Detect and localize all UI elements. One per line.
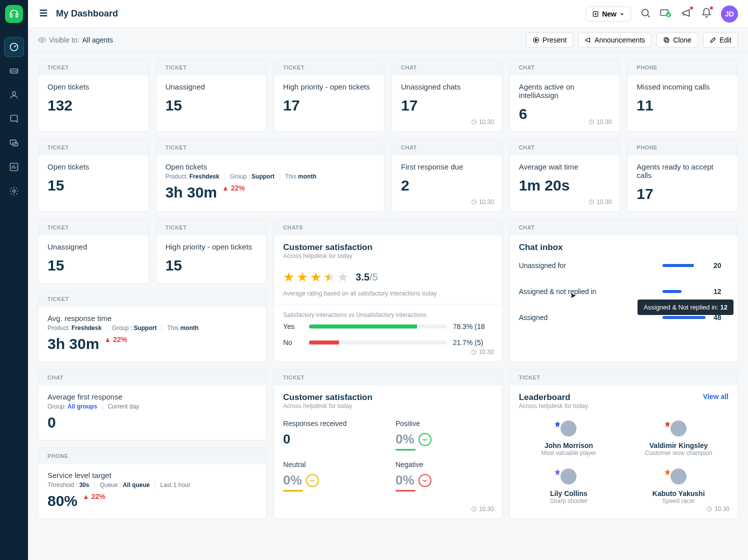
card-category: TICKET <box>156 140 384 156</box>
metric-card[interactable]: CHAT Agents active on intelliAssign 6 10… <box>510 59 620 132</box>
metric-card[interactable]: CHAT First response due 2 10.30 <box>392 139 502 212</box>
card-title: Unassigned <box>166 82 258 91</box>
csat-card[interactable]: CHATS Customer satisfaction Across helpd… <box>274 219 502 362</box>
filters: Product: FreshdeskGroup : SupportThis mo… <box>48 324 257 332</box>
card-title: Average wait time <box>519 162 611 171</box>
star-rating: ★★★ ★ ★ 3.5/5 <box>283 270 492 285</box>
card-category: TICKET <box>38 60 148 76</box>
metric-card[interactable]: TICKET Open tickets 15 <box>38 139 149 212</box>
card-value: 1m 20s <box>519 177 570 194</box>
card-category: PHONE <box>628 140 738 156</box>
card-category: TICKET <box>274 60 384 76</box>
metric-card[interactable]: PHONE Missed incoming calls 11 <box>627 59 738 132</box>
user-avatar[interactable]: JD <box>721 6 738 22</box>
metric-card[interactable]: TICKET Unassigned 15 <box>38 219 149 284</box>
eye-icon <box>38 36 46 44</box>
timestamp: 10.30 <box>471 198 494 206</box>
leader-avatar <box>560 420 576 436</box>
timestamp: 10.30 <box>471 118 494 126</box>
inbox-row: Unassigned for20 <box>519 262 728 270</box>
svg-point-11 <box>41 39 43 41</box>
trial-icon[interactable] <box>660 8 672 20</box>
leader-avatar <box>670 420 686 436</box>
rail-analytics[interactable] <box>4 157 24 177</box>
tooltip: Assigned & Not replied in: 12 <box>638 300 734 315</box>
metric-card[interactable]: CHAT Average wait time 1m 20s 10.30 <box>510 139 620 212</box>
hamburger-icon[interactable] <box>38 8 49 20</box>
card-title: High priority - open tickets <box>166 242 258 251</box>
card-value: 17 <box>401 97 418 114</box>
search-icon[interactable] <box>640 8 651 20</box>
view-all-link[interactable]: View all <box>703 392 728 400</box>
card-category: TICKET <box>38 220 148 236</box>
csat-ticket-card[interactable]: TICKET Customer satisfaction Across help… <box>274 369 502 519</box>
trend: ▲ 22% <box>82 492 106 500</box>
side-rail <box>0 0 28 560</box>
card-value: 15 <box>166 257 182 274</box>
visible-value: All agents <box>82 36 112 44</box>
filters: Product: FreshdeskGroup : SupportThis mo… <box>166 173 375 180</box>
card-value: 17 <box>636 186 653 202</box>
svg-point-8 <box>642 9 648 16</box>
announcements-button[interactable]: Announcements <box>578 32 652 48</box>
inbox-row: Assigned & not replied in12 ➤Assigned & … <box>519 288 728 296</box>
topbar: My Dashboard New JD <box>28 0 748 28</box>
metric-card[interactable]: PHONE Agents ready to accept calls 17 <box>627 139 738 212</box>
card-title: Unassigned <box>48 242 140 251</box>
metric-card[interactable]: TICKET High priority - open tickets 15 <box>156 219 267 284</box>
slt-card[interactable]: PHONE Service level target Threshold : 3… <box>38 448 266 519</box>
card-category: TICKET <box>156 220 266 236</box>
edit-button[interactable]: Edit <box>703 32 738 48</box>
rail-settings[interactable] <box>4 181 24 201</box>
card-value: 15 <box>166 97 182 114</box>
svg-rect-14 <box>664 38 668 41</box>
leader-avatar <box>670 468 686 484</box>
megaphone-icon[interactable] <box>681 8 692 20</box>
timestamp: 10.30 <box>588 198 612 206</box>
avg-response-card[interactable]: TICKET Avg. response time Product: Fresh… <box>38 290 266 362</box>
card-value: 15 <box>48 177 64 194</box>
chat-inbox-card[interactable]: CHAT Chat inbox Unassigned for20 Assigne… <box>510 219 738 362</box>
card-category: CHAT <box>392 140 502 156</box>
cursor-icon: ➤ <box>570 292 576 300</box>
leader-item: Lily CollinsSharp shooter <box>519 468 619 504</box>
rail-chat[interactable] <box>4 133 24 153</box>
inbox-row: Assigned48 <box>519 314 728 322</box>
metric-card[interactable]: TICKET Unassigned 15 <box>156 59 267 132</box>
clone-button[interactable]: Clone <box>656 32 698 48</box>
leaderboard-card[interactable]: TICKET LeaderboardView all Across helpde… <box>510 369 738 519</box>
card-value: 2 <box>401 177 410 194</box>
card-title: Missed incoming calls <box>636 82 728 91</box>
chevron-down-icon <box>620 12 624 16</box>
card-category: CHAT <box>510 60 620 76</box>
rail-tickets[interactable] <box>4 61 24 81</box>
present-button[interactable]: Present <box>526 32 573 48</box>
svg-point-6 <box>13 190 16 192</box>
rail-solutions[interactable] <box>4 109 24 129</box>
bell-icon[interactable] <box>701 8 712 20</box>
timestamp: 10.30 <box>706 506 730 512</box>
subbar: Visible to: All agents Present Announcem… <box>28 28 748 52</box>
rail-dashboard[interactable] <box>4 37 24 57</box>
leader-item: John MorrisonMost valuable player <box>519 420 619 456</box>
avg-first-response-card[interactable]: CHAT Average first response Group: All g… <box>38 369 266 440</box>
card-category: TICKET <box>38 140 148 156</box>
card-value: 15 <box>48 257 64 274</box>
card-title: Agents ready to accept calls <box>636 162 728 180</box>
card-value: 6 <box>519 106 528 122</box>
card-category: TICKET <box>156 60 266 76</box>
brand-logo[interactable] <box>5 5 23 23</box>
card-title: First response due <box>401 162 493 171</box>
page-title: My Dashboard <box>56 8 118 19</box>
rail-contacts[interactable] <box>4 85 24 105</box>
metric-card[interactable]: TICKET High priority - open tickets 17 <box>274 59 384 132</box>
visible-label: Visible to: <box>49 36 79 44</box>
timestamp: 10.30 <box>588 118 612 126</box>
card-title: High priority - open tickets <box>283 82 375 91</box>
new-button[interactable]: New <box>586 6 631 22</box>
leader-item: Valdimir KingsleyCustomer wow champion <box>628 420 728 456</box>
metric-card[interactable]: TICKET Open tickets 132 <box>38 59 149 132</box>
metric-card[interactable]: CHAT Unassigned chats 17 10.30 <box>392 59 502 132</box>
card-title: Open tickets <box>48 162 140 171</box>
metric-card[interactable]: TICKET Open tickets Product: FreshdeskGr… <box>156 139 384 212</box>
